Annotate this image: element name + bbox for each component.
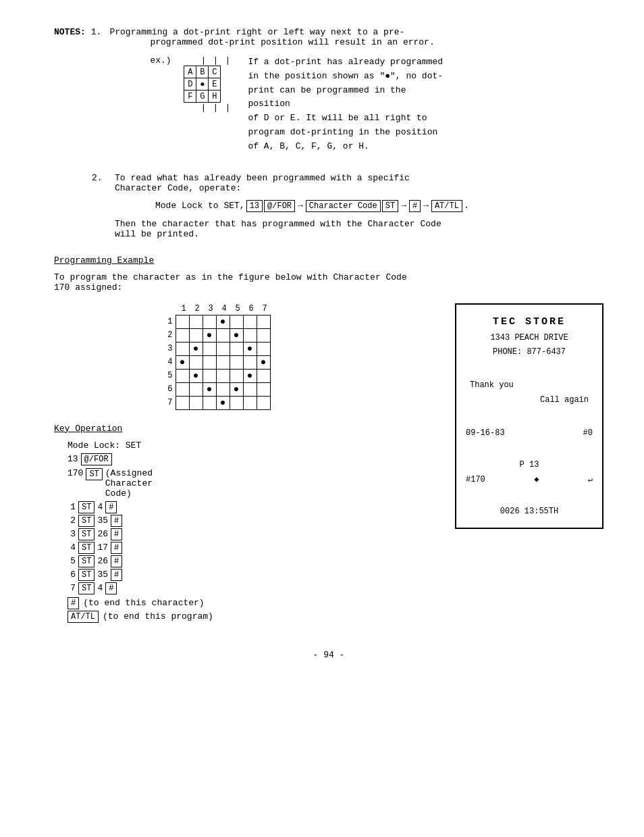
matrix-row-5: 5 ● ● (162, 369, 270, 382)
ex-desc-6: of A, B, C, F, G, or H. (248, 140, 450, 154)
r6c3: ● (203, 382, 216, 396)
step-5-hash: # (111, 555, 122, 567)
r5c6: ● (243, 369, 257, 382)
r7c5 (230, 396, 243, 409)
receipt-blank3 (463, 444, 595, 459)
step-5-num: 5 (68, 556, 76, 566)
then-text-1: Then the character that has programmed w… (115, 219, 469, 229)
receipt-thank-you: Thank you (463, 378, 595, 393)
r1c6 (243, 315, 257, 328)
r3c6: ● (243, 342, 257, 355)
step-7-val: 4 (97, 583, 103, 593)
ex-desc-5: program dot-printing in the position (248, 126, 450, 140)
r3c4 (216, 342, 230, 355)
step-4-num: 4 (68, 542, 76, 553)
r7c3 (203, 396, 216, 409)
r5c7 (257, 369, 270, 382)
matrix-row-4: 4 ● ● (162, 355, 270, 369)
grid-row-3: F G H (184, 91, 221, 103)
ex-label: ex.) (150, 55, 184, 66)
matrix-row-1: 1 ● (162, 315, 270, 328)
r7c2 (189, 396, 203, 409)
col-2: 2 (190, 304, 204, 313)
r4c7: ● (257, 355, 270, 369)
ex-desc-3: print can be programmed in the position (248, 84, 450, 112)
arrow-1: → (298, 201, 303, 211)
step-7-num: 7 (68, 583, 76, 593)
programming-example: Programming Example To program the chara… (54, 255, 603, 623)
key-for: @/FOR (264, 200, 295, 212)
receipt-num0: #0 (583, 426, 593, 441)
key-st: ST (382, 200, 398, 212)
row-label-3: 3 (162, 342, 176, 355)
step-row-5: 5 ST 26 # (68, 555, 603, 567)
receipt-blank2 (463, 412, 595, 427)
row-label-6: 6 (162, 382, 176, 396)
prog-intro-2: 170 assigned: (54, 282, 603, 293)
r4c4 (216, 355, 230, 369)
step-1-st: ST (78, 501, 95, 513)
r3c2: ● (189, 342, 203, 355)
r2c5: ● (230, 328, 243, 342)
cell-D: D (184, 78, 196, 91)
dot-matrix-table: 1 ● 2 ● (162, 315, 271, 410)
figure-and-receipt: 1 2 3 4 5 6 7 1 ● (54, 303, 603, 623)
r3c7 (257, 342, 270, 355)
key-attl: AT/TL (431, 200, 462, 212)
prog-example-title: Programming Example (54, 255, 603, 265)
mode-lock-text: Mode Lock to SET, (155, 201, 245, 211)
notes-label: NOTES: (54, 27, 86, 162)
col-4: 4 (217, 304, 231, 313)
mode-lock-line: Mode Lock to SET, 13 @/FOR → Character C… (155, 200, 469, 212)
matrix-row-7: 7 ● (162, 396, 270, 409)
r2c2 (189, 328, 203, 342)
key-13: 13 (246, 200, 263, 212)
step-1-val: 4 (97, 502, 103, 512)
r1c1 (176, 315, 189, 328)
matrix-row-6: 6 ● ● (162, 382, 270, 396)
step-7-st: ST (78, 582, 95, 594)
cell-G: G (196, 91, 209, 103)
step-6-val: 35 (97, 569, 108, 580)
r3c1 (176, 342, 189, 355)
r6c4 (216, 382, 230, 396)
r4c2 (189, 355, 203, 369)
r5c3 (203, 369, 216, 382)
notes-section: NOTES: 1. Programming a dot-print right … (54, 27, 603, 239)
step-5-val: 26 (97, 556, 108, 566)
receipt-170-row: #170 ◆ ↵ (463, 473, 595, 488)
r4c5 (230, 355, 243, 369)
prog-intro-1: To program the character as in the figur… (54, 272, 603, 282)
r5c5 (230, 369, 243, 382)
end-prog-key: AT/TL (68, 611, 99, 623)
step-170-note2: Character (105, 478, 153, 488)
tick-top: | | | (197, 55, 234, 66)
col-3: 3 (204, 304, 217, 313)
cell-B: B (196, 66, 209, 78)
r1c2 (189, 315, 203, 328)
r6c1 (176, 382, 189, 396)
receipt-phone: PHONE: 877-6437 (463, 345, 595, 360)
receipt-arrow: ↵ (588, 473, 593, 488)
r1c4: ● (216, 315, 230, 328)
step-2-num: 2 (68, 515, 76, 526)
r2c3: ● (203, 328, 216, 342)
cell-C: C (209, 66, 221, 78)
r6c5: ● (230, 382, 243, 396)
matrix-row-3: 3 ● ● (162, 342, 270, 355)
r3c3 (203, 342, 216, 355)
step-2-st: ST (78, 515, 95, 527)
arrow-3: → (423, 201, 429, 211)
end-char-row: # (to end this character) (68, 597, 603, 609)
r6c7 (257, 382, 270, 396)
step-row-3: 3 ST 26 # (68, 528, 603, 540)
note-1-text-1: Programming a dot-print right or left wa… (109, 27, 450, 37)
ex-desc-2: in the position shown as "●", no dot- (248, 70, 450, 84)
step-row-4: 4 ST 17 # (68, 542, 603, 554)
col-5: 5 (231, 304, 244, 313)
r5c2: ● (189, 369, 203, 382)
note-1-number: 1. (91, 27, 102, 162)
note-1-content: Programming a dot-print right or left wa… (109, 27, 450, 162)
note-2-number: 2. (54, 173, 115, 239)
dot-grid-container: | | | A B C D ● (184, 55, 234, 113)
